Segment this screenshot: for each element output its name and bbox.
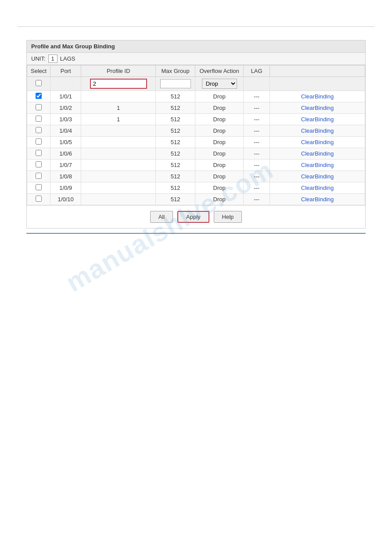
select-all-checkbox[interactable] bbox=[36, 80, 42, 86]
row-checkbox[interactable] bbox=[36, 184, 42, 190]
row-maxgroup: 512 bbox=[156, 102, 195, 114]
clear-binding-link[interactable]: ClearBinding bbox=[301, 116, 334, 123]
row-lag: --- bbox=[244, 160, 270, 171]
row-overflow: Drop bbox=[195, 114, 244, 125]
row-action-cell: ClearBinding bbox=[270, 125, 365, 137]
all-button[interactable]: All bbox=[150, 211, 173, 223]
row-overflow: Drop bbox=[195, 125, 244, 137]
row-profile-id bbox=[81, 171, 156, 182]
row-maxgroup: 512 bbox=[156, 160, 195, 171]
button-row: All Apply Help bbox=[27, 205, 365, 228]
table-row: 1/0/6512Drop---ClearBinding bbox=[27, 148, 365, 160]
row-checkbox[interactable] bbox=[36, 127, 42, 133]
row-port: 1/0/7 bbox=[50, 160, 81, 171]
row-action-cell: ClearBinding bbox=[270, 194, 365, 205]
row-overflow: Drop bbox=[195, 160, 244, 171]
row-checkbox[interactable] bbox=[36, 104, 42, 110]
input-lag-cell bbox=[244, 77, 270, 91]
clear-binding-link[interactable]: ClearBinding bbox=[301, 127, 334, 134]
row-action-cell: ClearBinding bbox=[270, 182, 365, 194]
row-port: 1/0/9 bbox=[50, 182, 81, 194]
row-port: 1/0/8 bbox=[50, 171, 81, 182]
row-action-cell: ClearBinding bbox=[270, 114, 365, 125]
table-row: 1/0/5512Drop---ClearBinding bbox=[27, 137, 365, 148]
row-overflow: Drop bbox=[195, 102, 244, 114]
top-divider bbox=[18, 26, 374, 27]
table-body: 1/0/1512Drop---ClearBinding1/0/21512Drop… bbox=[27, 91, 365, 205]
row-select-cell bbox=[27, 125, 50, 137]
row-profile-id bbox=[81, 137, 156, 148]
row-checkbox[interactable] bbox=[36, 161, 42, 167]
row-select-cell bbox=[27, 160, 50, 171]
th-lag: LAG bbox=[244, 65, 270, 77]
main-panel: Profile and Max Group Binding UNIT: 1 LA… bbox=[26, 40, 366, 229]
row-overflow: Drop bbox=[195, 137, 244, 148]
row-lag: --- bbox=[244, 148, 270, 160]
row-profile-id bbox=[81, 194, 156, 205]
row-maxgroup: 512 bbox=[156, 137, 195, 148]
table-row: 1/0/10512Drop---ClearBinding bbox=[27, 194, 365, 205]
row-checkbox[interactable] bbox=[36, 116, 42, 122]
row-port: 1/0/3 bbox=[50, 114, 81, 125]
row-checkbox[interactable] bbox=[36, 150, 42, 156]
row-select-cell bbox=[27, 102, 50, 114]
row-select-cell bbox=[27, 171, 50, 182]
page-wrapper: Profile and Max Group Binding UNIT: 1 LA… bbox=[0, 26, 392, 555]
clear-binding-link[interactable]: ClearBinding bbox=[301, 196, 334, 203]
help-button[interactable]: Help bbox=[214, 211, 242, 223]
clear-binding-link[interactable]: ClearBinding bbox=[301, 105, 334, 111]
row-port: 1/0/6 bbox=[50, 148, 81, 160]
th-port: Port bbox=[50, 65, 81, 77]
clear-binding-link[interactable]: ClearBinding bbox=[301, 150, 334, 157]
row-checkbox[interactable] bbox=[36, 93, 42, 99]
row-select-cell bbox=[27, 91, 50, 102]
clear-binding-link[interactable]: ClearBinding bbox=[301, 139, 334, 145]
bottom-divider bbox=[26, 233, 366, 234]
row-port: 1/0/1 bbox=[50, 91, 81, 102]
row-lag: --- bbox=[244, 137, 270, 148]
unit-bar: UNIT: 1 LAGS bbox=[27, 53, 365, 65]
row-select-cell bbox=[27, 148, 50, 160]
row-checkbox[interactable] bbox=[36, 138, 42, 145]
clear-binding-link[interactable]: ClearBinding bbox=[301, 93, 334, 100]
apply-button[interactable]: Apply bbox=[177, 211, 209, 223]
unit-label: UNIT: bbox=[31, 55, 46, 62]
input-port-cell bbox=[50, 77, 81, 91]
input-overflow-cell: Drop bbox=[195, 77, 244, 91]
row-action-cell: ClearBinding bbox=[270, 137, 365, 148]
row-maxgroup: 512 bbox=[156, 114, 195, 125]
th-profile-id: Profile ID bbox=[81, 65, 156, 77]
row-select-cell bbox=[27, 194, 50, 205]
clear-binding-link[interactable]: ClearBinding bbox=[301, 185, 334, 191]
row-profile-id: 1 bbox=[81, 102, 156, 114]
row-lag: --- bbox=[244, 194, 270, 205]
binding-table: Select Port Profile ID Max Group Overflo… bbox=[27, 65, 365, 205]
row-checkbox[interactable] bbox=[36, 196, 42, 202]
row-port: 1/0/10 bbox=[50, 194, 81, 205]
row-maxgroup: 512 bbox=[156, 194, 195, 205]
table-row: 1/0/7512Drop---ClearBinding bbox=[27, 160, 365, 171]
panel-header: Profile and Max Group Binding bbox=[27, 40, 365, 53]
table-row: 1/0/8512Drop---ClearBinding bbox=[27, 171, 365, 182]
row-select-cell bbox=[27, 114, 50, 125]
row-checkbox[interactable] bbox=[36, 173, 42, 179]
row-port: 1/0/4 bbox=[50, 125, 81, 137]
clear-binding-link[interactable]: ClearBinding bbox=[301, 173, 334, 180]
row-select-cell bbox=[27, 182, 50, 194]
input-action-cell bbox=[270, 77, 365, 91]
unit-number: 1 bbox=[48, 54, 58, 63]
input-select-cell bbox=[27, 77, 50, 91]
overflow-action-select[interactable]: Drop bbox=[202, 79, 237, 89]
lags-label: LAGS bbox=[60, 55, 76, 62]
row-profile-id bbox=[81, 148, 156, 160]
maxgroup-input[interactable] bbox=[160, 79, 191, 88]
row-overflow: Drop bbox=[195, 182, 244, 194]
row-profile-id bbox=[81, 91, 156, 102]
clear-binding-link[interactable]: ClearBinding bbox=[301, 162, 334, 168]
row-profile-id bbox=[81, 125, 156, 137]
profile-id-input[interactable] bbox=[90, 79, 147, 89]
row-overflow: Drop bbox=[195, 171, 244, 182]
row-overflow: Drop bbox=[195, 194, 244, 205]
input-profile-cell bbox=[81, 77, 156, 91]
table-header-row: Select Port Profile ID Max Group Overflo… bbox=[27, 65, 365, 77]
